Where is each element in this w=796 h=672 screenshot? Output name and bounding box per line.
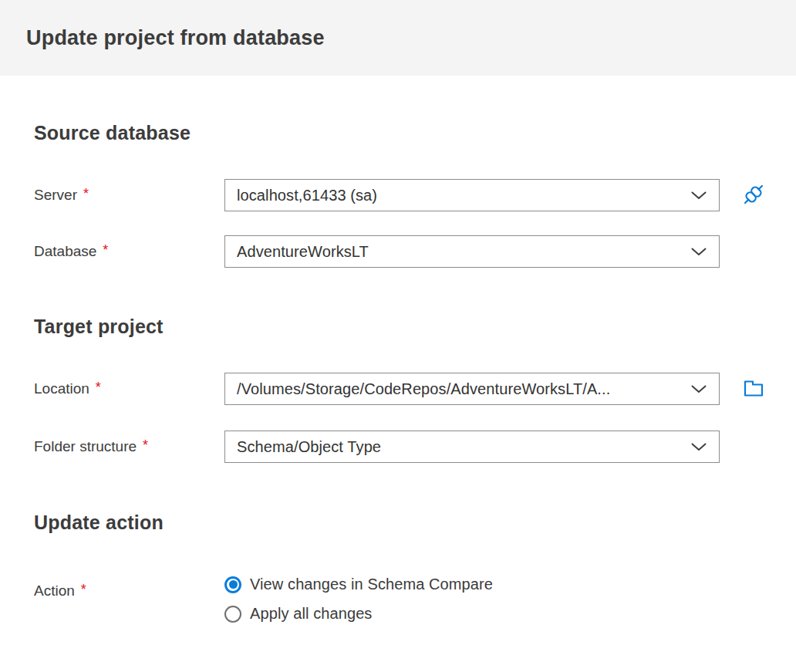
- browse-folder-icon: [741, 376, 766, 403]
- location-dropdown[interactable]: /Volumes/Storage/CodeRepos/AdventureWork…: [224, 373, 720, 405]
- location-field-row: Location * /Volumes/Storage/CodeRepos/Ad…: [34, 373, 768, 405]
- folder-structure-dropdown[interactable]: Schema/Object Type: [224, 431, 720, 463]
- dialog-content: Source database Server * localhost,61433…: [0, 121, 796, 623]
- database-dropdown-value: AdventureWorksLT: [237, 243, 369, 261]
- chevron-down-icon: [691, 248, 707, 256]
- connect-plug-icon: [740, 181, 767, 211]
- server-label-text: Server: [34, 187, 77, 204]
- folder-structure-field-row: Folder structure * Schema/Object Type: [34, 431, 768, 463]
- update-project-dialog: Update project from database Source data…: [0, 0, 796, 672]
- section-heading-target-project: Target project: [34, 315, 768, 338]
- connect-to-server-button[interactable]: [740, 181, 767, 209]
- required-asterisk: *: [81, 582, 86, 598]
- section-heading-update-action: Update action: [34, 511, 768, 534]
- chevron-down-icon: [691, 443, 707, 451]
- browse-folder-button[interactable]: [740, 375, 767, 403]
- radio-option-label: Apply all changes: [250, 605, 372, 623]
- location-label: Location *: [34, 380, 224, 397]
- radio-button[interactable]: [224, 576, 241, 593]
- chevron-down-icon: [691, 385, 707, 393]
- radio-option-label: View changes in Schema Compare: [250, 576, 493, 593]
- location-label-text: Location: [34, 380, 89, 397]
- server-dropdown[interactable]: localhost,61433 (sa): [224, 179, 720, 211]
- required-asterisk: *: [96, 380, 101, 396]
- section-heading-source-database: Source database: [34, 121, 768, 144]
- radio-option-view-changes[interactable]: View changes in Schema Compare: [224, 576, 720, 593]
- action-label: Action *: [34, 575, 224, 599]
- folder-structure-label-text: Folder structure: [34, 438, 137, 455]
- database-label: Database *: [34, 243, 224, 260]
- database-dropdown[interactable]: AdventureWorksLT: [224, 235, 720, 268]
- chevron-down-icon: [691, 191, 707, 200]
- folder-structure-label: Folder structure *: [34, 438, 224, 455]
- dialog-header: Update project from database: [0, 0, 796, 76]
- required-asterisk: *: [143, 437, 148, 454]
- location-dropdown-value: /Volumes/Storage/CodeRepos/AdventureWork…: [237, 380, 610, 398]
- server-dropdown-value: localhost,61433 (sa): [237, 187, 377, 204]
- database-label-text: Database: [34, 243, 96, 260]
- required-asterisk: *: [103, 242, 108, 258]
- radio-option-apply-all-changes[interactable]: Apply all changes: [224, 605, 720, 623]
- dialog-title: Update project from database: [26, 26, 325, 50]
- action-radio-group: View changes in Schema Compare Apply all…: [224, 575, 720, 623]
- radio-button[interactable]: [224, 606, 241, 623]
- required-asterisk: *: [83, 186, 89, 202]
- server-field-row: Server * localhost,61433 (sa): [34, 179, 768, 211]
- action-field-row: Action * View changes in Schema Compare …: [34, 575, 768, 623]
- database-field-row: Database * AdventureWorksLT: [34, 235, 768, 268]
- action-label-text: Action: [34, 583, 75, 599]
- server-label: Server *: [34, 187, 224, 204]
- folder-structure-dropdown-value: Schema/Object Type: [237, 438, 381, 456]
